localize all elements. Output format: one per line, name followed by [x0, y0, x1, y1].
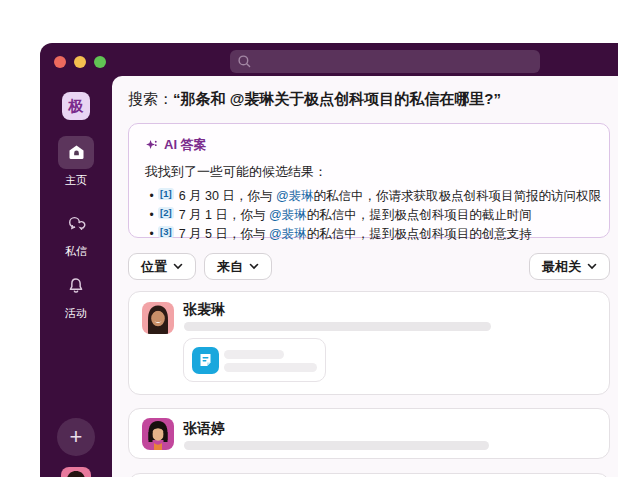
ai-result-item: • [1] 6 月 30 日，你与 @裴琳的私信中，你请求获取极点创科项目简报的… — [145, 187, 593, 206]
ai-answer-results: • [1] 6 月 30 日，你与 @裴琳的私信中，你请求获取极点创科项目简报的… — [145, 187, 593, 244]
filter-location-button[interactable]: 位置 — [128, 253, 196, 280]
ai-answer-card: AI 答案 我找到了一些可能的候选结果： • [1] 6 月 30 日，你与 @… — [128, 123, 610, 238]
ai-result-text: 7 月 5 日，你与 @裴琳的私信中，提到极点创科项目的创意支持 — [179, 225, 532, 244]
avatar[interactable] — [142, 418, 174, 450]
attachment-title-placeholder — [224, 350, 284, 359]
message-result-card-partial[interactable] — [128, 473, 610, 477]
add-workspace-button[interactable]: + — [57, 418, 95, 456]
sidebar-item-label: 活动 — [40, 306, 112, 321]
search-query-text: “那条和 @裴琳关于极点创科项目的私信在哪里?” — [173, 90, 501, 107]
message-result-card[interactable]: 张裴琳 — [128, 291, 610, 395]
attachment-meta-placeholder — [224, 363, 317, 372]
attachment-card[interactable] — [183, 338, 326, 382]
mention-link[interactable]: @裴琳 — [276, 189, 314, 203]
bullet-dot: • — [145, 225, 158, 244]
chevron-down-icon — [173, 263, 183, 270]
citation-badge[interactable]: [2] — [158, 207, 174, 219]
dm-icon — [58, 207, 94, 240]
sidebar-item-label: 私信 — [40, 244, 112, 259]
ai-sparkle-icon — [145, 139, 158, 152]
sidebar-item-label: 主页 — [40, 173, 112, 188]
ai-answer-title: AI 答案 — [164, 136, 207, 154]
chevron-down-icon — [249, 263, 259, 270]
ai-answer-header: AI 答案 — [145, 136, 593, 154]
workspace-logo[interactable]: 极 — [62, 92, 90, 120]
avatar[interactable] — [142, 302, 174, 334]
file-post-icon — [192, 347, 219, 374]
minimize-window-button[interactable] — [74, 56, 86, 68]
traffic-lights — [54, 56, 106, 68]
user-avatar[interactable] — [61, 467, 91, 477]
message-text-placeholder — [184, 322, 491, 331]
message-sender-name[interactable]: 张裴琳 — [183, 301, 225, 319]
message-result-card[interactable]: 张语婷 — [128, 408, 610, 459]
sort-relevance-button[interactable]: 最相关 — [529, 253, 610, 280]
zoom-window-button[interactable] — [94, 56, 106, 68]
ai-result-text: 7 月 1 日，你与 @裴琳的私信中，提到极点创科项目的截止时间 — [179, 206, 532, 225]
home-icon — [58, 136, 94, 169]
sidebar-item-activity[interactable]: 活动 — [40, 269, 112, 321]
top-search-bar[interactable] — [230, 50, 540, 73]
ai-result-text: 6 月 30 日，你与 @裴琳的私信中，你请求获取极点创科项目简报的访问权限 — [179, 187, 601, 206]
ai-result-item: • [2] 7 月 1 日，你与 @裴琳的私信中，提到极点创科项目的截止时间 — [145, 206, 593, 225]
citation-badge[interactable]: [3] — [158, 226, 174, 238]
search-icon — [237, 54, 252, 69]
mention-link[interactable]: @裴琳 — [269, 208, 307, 222]
app-window: 极 主页 私信 — [40, 43, 618, 477]
citation-badge[interactable]: [1] — [158, 188, 174, 200]
sidebar-item-dms[interactable]: 私信 — [40, 207, 112, 259]
ai-answer-intro: 我找到了一些可能的候选结果： — [145, 163, 593, 181]
close-window-button[interactable] — [54, 56, 66, 68]
search-prefix: 搜索： — [128, 90, 173, 107]
search-query-header: 搜索：“那条和 @裴琳关于极点创科项目的私信在哪里?” — [128, 90, 501, 109]
mention-link[interactable]: @裴琳 — [269, 227, 307, 241]
search-results-pane: 搜索：“那条和 @裴琳关于极点创科项目的私信在哪里?” AI 答案 我找到了一些… — [112, 76, 618, 477]
message-text-placeholder — [184, 441, 489, 450]
bullet-dot: • — [145, 187, 158, 206]
title-bar — [40, 43, 618, 76]
chevron-down-icon — [587, 263, 597, 270]
bell-icon — [58, 269, 94, 302]
filter-row: 位置 来自 最相关 — [128, 253, 610, 280]
workspace-sidebar: 极 主页 私信 — [40, 76, 112, 477]
ai-result-item: • [3] 7 月 5 日，你与 @裴琳的私信中，提到极点创科项目的创意支持 — [145, 225, 593, 244]
sidebar-item-home[interactable]: 主页 — [40, 136, 112, 188]
filter-from-button[interactable]: 来自 — [204, 253, 272, 280]
message-sender-name[interactable]: 张语婷 — [183, 420, 225, 438]
bullet-dot: • — [145, 206, 158, 225]
